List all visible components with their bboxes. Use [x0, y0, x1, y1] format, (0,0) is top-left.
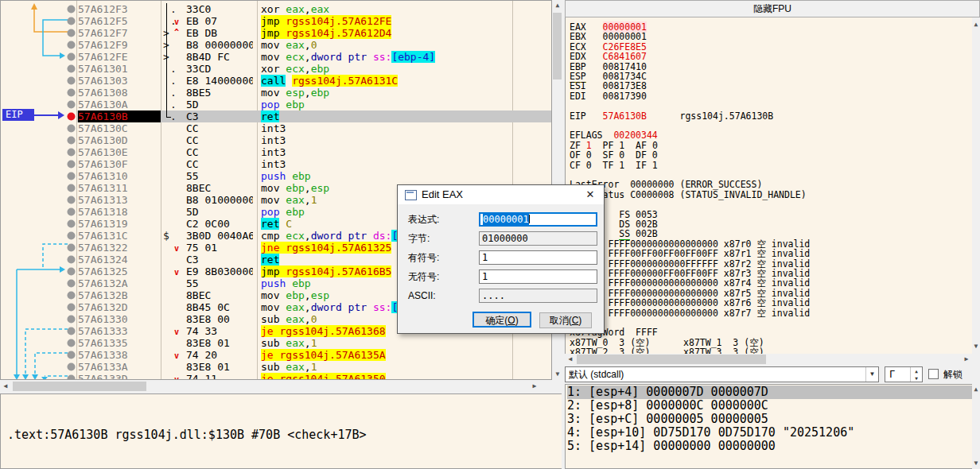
disasm-row[interactable]: 57A6133583E8 01sub eax,1: [77, 337, 551, 349]
register-line[interactable]: FFFF0000000000000000 x87r4 空 invalid: [570, 278, 810, 288]
register-line[interactable]: LastStatus C0000008 (STATUS_INVALID_HAND…: [570, 190, 807, 200]
breakpoint-dot[interactable]: [68, 196, 76, 204]
disasm-row[interactable]: 57A6130B.C3ret: [77, 110, 551, 122]
breakpoint-dot[interactable]: [68, 256, 76, 264]
register-line[interactable]: ZF 1 PF 1 AF 0: [570, 141, 658, 150]
breakpoint-dot[interactable]: [68, 375, 76, 381]
breakpoint-dot[interactable]: [68, 351, 76, 359]
stack-args-list[interactable]: 1: [esp+4] 0000007D 0000007D2: [esp+8] 0…: [565, 384, 972, 469]
register-line[interactable]: ECX C26FE8E5: [570, 42, 647, 52]
scroll-left-icon[interactable]: ◀: [0, 381, 11, 392]
register-line[interactable]: EFLAGS 00200344: [570, 130, 658, 140]
breakpoint-dot[interactable]: [68, 220, 76, 228]
breakpoint-dot[interactable]: [68, 232, 76, 240]
breakpoint-dot[interactable]: [68, 244, 76, 252]
scroll-down-icon[interactable]: ▼: [970, 341, 980, 352]
ok-button[interactable]: 确定(O): [472, 312, 531, 328]
register-line[interactable]: EBP 00817410: [570, 62, 647, 72]
scroll-thumb[interactable]: [13, 382, 146, 391]
scroll-left-icon[interactable]: ◀: [565, 354, 576, 365]
breakpoint-dot[interactable]: [68, 208, 76, 216]
breakpoint-dot[interactable]: [68, 41, 76, 49]
disasm-row[interactable]: 57A612F9>B8 00000000mov eax,0: [77, 39, 551, 51]
register-line[interactable]: x87TW_0 3 (空) x87TW_1 3 (空): [570, 338, 764, 347]
disasm-row[interactable]: 57A612F7>^EB DBjmp rgss104j.57A612D4: [77, 27, 551, 39]
breakpoint-dot[interactable]: [68, 328, 76, 335]
stack-arg-row[interactable]: 5: [esp+14] 00000000 00000000: [567, 440, 972, 453]
breakpoint-dot[interactable]: [68, 280, 76, 288]
close-icon[interactable]: ✕: [583, 188, 597, 202]
register-line[interactable]: EBX 00000001: [570, 32, 647, 41]
register-line[interactable]: CF 0 TF 1 IF 1: [570, 161, 658, 170]
register-line[interactable]: ESI 008173E8: [570, 81, 647, 91]
scroll-thumb[interactable]: [577, 355, 766, 364]
disasm-row[interactable]: 57A6130ECCint3: [77, 146, 551, 158]
register-line[interactable]: FFFF0000000000000000 x87r7 空 invalid: [570, 308, 810, 318]
registers-pane[interactable]: EAX 00000001EBX 00000001ECX C26FE8E5EDX …: [565, 17, 972, 354]
stack-arg-row[interactable]: 2: [esp+8] 0000000C 0000000C: [567, 399, 972, 413]
field-input[interactable]: 1: [479, 250, 597, 265]
disasm-row[interactable]: 57A6133A83E8 01sub eax,1: [77, 361, 551, 373]
breakpoint-dot[interactable]: [68, 77, 76, 85]
register-line[interactable]: FFFF000000FF00FF00FF x87r3 空 invalid: [570, 269, 810, 278]
register-line[interactable]: ESP 0081734C: [570, 72, 647, 81]
register-line[interactable]: EIP 57A6130B rgss104j.57A6130B: [570, 111, 773, 121]
register-line[interactable]: OF 0 SF 0 DF 0: [570, 150, 658, 160]
stepper-arrows-icon[interactable]: ▲▼: [910, 367, 922, 382]
scroll-up-icon[interactable]: ▲: [970, 19, 980, 30]
breakpoint-dot[interactable]: [68, 292, 76, 300]
scroll-down-icon[interactable]: ▼: [970, 458, 980, 469]
register-line[interactable]: FFFF0000000000000000 x87r0 空 invalid: [570, 239, 810, 249]
scroll-up-icon[interactable]: ▲: [970, 384, 980, 395]
breakpoint-dot[interactable]: [68, 101, 76, 109]
disasm-row[interactable]: 57A612FE>8B4D FCmov ecx,dword ptr ss:[eb…: [77, 51, 551, 63]
breakpoint-dot[interactable]: [68, 17, 76, 25]
breakpoint-dot[interactable]: [68, 6, 76, 14]
register-line[interactable]: EDI 00817390: [570, 91, 647, 101]
disasm-row[interactable]: 57A61303.E8 14000000call rgss104j.57A613…: [77, 75, 551, 87]
args-vscrollbar[interactable]: ▲ ▼: [972, 384, 980, 469]
disasm-row[interactable]: 57A61338v74 20je rgss104j.57A6135A: [77, 349, 551, 361]
disasm-row[interactable]: 57A612F5.vEB 07jmp rgss104j.57A612FE: [77, 15, 551, 27]
disasm-row[interactable]: 57A6133Dv74 11je rgss104j.57A61350: [77, 373, 551, 380]
breakpoint-dot[interactable]: [68, 184, 76, 192]
register-line[interactable]: FFFF0000000000FFFFFF x87r2 空 invalid: [570, 259, 810, 269]
breakpoint-dot[interactable]: [68, 29, 76, 37]
breakpoint-dot[interactable]: [68, 172, 76, 180]
breakpoint-dot[interactable]: [68, 65, 76, 73]
stack-arg-row[interactable]: 1: [esp+4] 0000007D 0000007D: [567, 386, 972, 399]
breakpoint-dot[interactable]: [68, 53, 76, 61]
stack-arg-row[interactable]: 4: [esp+10] 0D75D170 0D75D170 "20251206": [567, 426, 972, 440]
disasm-row[interactable]: 57A6130DCCint3: [77, 134, 551, 146]
field-input[interactable]: 00000001: [479, 212, 597, 227]
disasm-row[interactable]: 57A6130FCCint3: [77, 158, 551, 170]
arg-count-stepper[interactable]: Γ ▲▼: [885, 366, 923, 382]
disasm-row[interactable]: 57A6130CCCint3: [77, 122, 551, 134]
registers-vscrollbar[interactable]: ▲ ▼: [972, 17, 980, 354]
register-line[interactable]: FFFF0000000000000000 x87r6 空 invalid: [570, 298, 810, 308]
disasm-row[interactable]: 57A612F3.33C0xor eax,eax: [77, 3, 551, 15]
breakpoint-dot[interactable]: [68, 304, 76, 312]
breakpoint-dot[interactable]: [68, 316, 76, 324]
register-line[interactable]: x87TW_2 3 (空) x87TW_3 3 (空): [570, 347, 764, 354]
disasm-row[interactable]: 57A6131055push ebp: [77, 170, 551, 182]
breakpoint-dot[interactable]: [68, 339, 76, 347]
hide-fpu-button[interactable]: 隐藏FPU: [565, 0, 980, 17]
register-line[interactable]: FFFF0000000000000000 x87r5 空 invalid: [570, 289, 810, 298]
unlock-checkbox[interactable]: [928, 369, 939, 379]
disasm-row[interactable]: 57A6130A.5Dpop ebp: [77, 99, 551, 110]
dialog-titlebar[interactable]: Edit EAX ✕: [398, 185, 604, 204]
breakpoint-dot[interactable]: [68, 268, 76, 276]
breakpoint-dot[interactable]: [68, 363, 76, 371]
scroll-right-icon[interactable]: ▶: [529, 381, 540, 392]
disasm-row[interactable]: 57A61308.8BE5mov esp,ebp: [77, 87, 551, 99]
stack-arg-row[interactable]: 3: [esp+C] 00000005 00000005: [567, 413, 972, 426]
field-input[interactable]: 1: [479, 269, 597, 284]
breakpoint-dot[interactable]: [68, 125, 76, 133]
eip-dot[interactable]: [68, 113, 76, 121]
register-line[interactable]: EAX 00000001: [570, 22, 647, 32]
disasm-row[interactable]: 57A61301.33CDxor ecx,ebp: [77, 63, 551, 75]
register-line[interactable]: FFFF00FF00FF00FF00FF x87r1 空 invalid: [570, 249, 810, 258]
calling-convention-select[interactable]: 默认 (stdcall) ▼: [565, 366, 879, 382]
cancel-button[interactable]: 取消(C): [539, 312, 592, 328]
